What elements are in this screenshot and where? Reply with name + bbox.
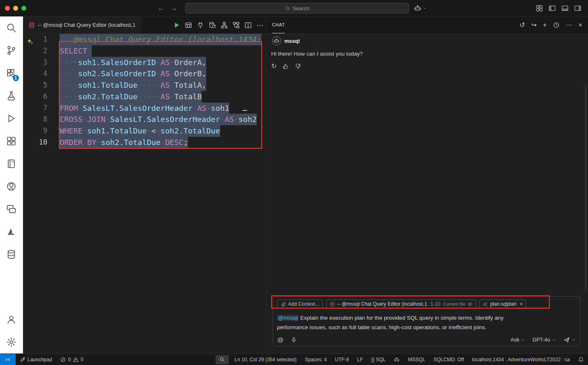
tab-chat[interactable]: CHAT [272, 16, 285, 33]
activity-bar-item-account[interactable] [2, 308, 21, 331]
chevron-down-icon [521, 338, 525, 342]
code-area: -- @mssql Chat Query Editor (localhost,1… [60, 34, 266, 148]
code-line-6[interactable]: ····soh2.TotalDue·····AS·TotalB [60, 91, 266, 103]
remote-indicator[interactable] [0, 354, 16, 365]
sqlcmd-status[interactable]: SQLCMD: Off [430, 354, 468, 365]
navigate-forward-icon[interactable]: → [171, 5, 177, 12]
query-plan-icon[interactable] [232, 21, 240, 29]
history-icon[interactable] [553, 22, 560, 28]
code-line-8[interactable]: CROSS·JOIN·SalesLT.SalesOrderHeader·AS·s… [60, 114, 266, 125]
mode-dropdown[interactable]: Ask [511, 337, 525, 343]
github-icon [6, 181, 16, 192]
more-options-icon[interactable]: ⋯ [566, 22, 572, 28]
activity-bar-item-azure[interactable] [2, 220, 21, 243]
problems-button[interactable]: 0 0 [56, 354, 87, 365]
activity-bar-item-testing[interactable] [2, 84, 21, 107]
run-query-button[interactable] [173, 21, 180, 29]
toggle-sidebar-icon[interactable] [548, 5, 556, 12]
context-chip-editor[interactable]: -- @mssql Chat Query Editor (localhost,1… [326, 299, 476, 309]
toggle-panel-icon[interactable] [561, 5, 569, 12]
zoom-indicator [216, 355, 229, 364]
model-dropdown[interactable]: GPT-4o [532, 337, 556, 343]
activity-bar-item-components[interactable] [2, 130, 21, 152]
code-editor[interactable]: 12345678910 -- @mssql Chat Query Editor … [23, 34, 266, 353]
notifications-bell[interactable] [574, 354, 588, 365]
chat-scrollbar[interactable] [585, 84, 586, 290]
search-icon [285, 6, 290, 11]
split-editor-icon[interactable] [244, 21, 252, 29]
remove-context-icon[interactable]: × [519, 301, 523, 307]
code-line-1[interactable]: -- @mssql Chat Query Editor (localhost,1… [60, 34, 266, 45]
change-connection-icon[interactable] [209, 21, 216, 29]
extensions-badge: 1 [13, 75, 19, 81]
close-window-button[interactable] [5, 6, 10, 11]
mention-picker-icon[interactable]: @ [277, 336, 284, 343]
editor-tab-bar: -- @mssql Chat Query Editor (localhost,1… [23, 16, 266, 34]
connect-icon[interactable] [197, 21, 204, 29]
code-line-10[interactable]: ORDER·BY·soh2.TotalDue·DESC; [60, 137, 266, 148]
new-chat-icon[interactable]: + [543, 22, 546, 28]
activity-bar-item-run-and-debug[interactable] [2, 107, 21, 130]
activity-bar-item-search[interactable] [2, 16, 21, 39]
close-panel-icon[interactable]: × [579, 22, 582, 28]
chat-input-text[interactable]: @mssql Explain the execution plan for th… [277, 313, 576, 332]
code-line-9[interactable]: WHERE·soh1.TotalDue·<·soh2.TotalDue [60, 125, 266, 137]
activity-bar-item-github[interactable] [2, 175, 21, 198]
cursor-position-status[interactable]: Ln 10, Col 29 (354 selected) [230, 354, 301, 365]
settings-icon [6, 337, 16, 347]
eye-icon[interactable] [467, 302, 473, 307]
activity-bar-item-notebook[interactable] [2, 152, 21, 175]
mic-icon[interactable] [291, 337, 297, 343]
undo-icon[interactable]: ↺ [520, 22, 525, 28]
launchpad-button[interactable]: Launchpad [16, 354, 56, 365]
minimize-window-button[interactable] [13, 6, 18, 11]
copilot-icon [414, 5, 421, 12]
toggle-secondary-sidebar-icon[interactable] [574, 5, 581, 12]
navigate-back-icon[interactable]: ← [158, 5, 164, 12]
maximize-window-button[interactable] [21, 6, 26, 11]
add-context-button[interactable]: Add Context... [277, 299, 323, 309]
line-number: 2 [23, 45, 47, 57]
rerun-icon[interactable]: ↻ [271, 63, 277, 70]
language-mode-status[interactable]: {} SQL [367, 354, 390, 365]
chevron-down-icon [552, 338, 556, 342]
context-chip-plan[interactable]: plan.sqlplan × [479, 299, 526, 309]
selected-text: ····soh2.SalesOrderID·AS·OrderB, [60, 68, 206, 80]
line-number: 5 [23, 80, 47, 91]
activity-bar-item-extensions[interactable]: 1 [2, 62, 21, 84]
more-actions-icon[interactable]: ⋯ [256, 22, 263, 29]
thumbs-down-icon[interactable] [295, 63, 301, 70]
code-line-3[interactable]: ····soh1.SalesOrderID·AS·OrderA, [60, 57, 266, 68]
activity-bar-item-settings[interactable] [2, 331, 21, 353]
schema-designer-icon[interactable] [221, 21, 228, 29]
send-button[interactable] [563, 337, 576, 343]
code-line-7[interactable]: FROM·SalesLT.SalesOrderHeader·AS·soh1 [60, 103, 266, 114]
editor-tab[interactable]: -- @mssql Chat Query Editor (localhost,1 [23, 16, 141, 33]
copilot-icon [394, 357, 400, 363]
copilot-status[interactable] [390, 354, 404, 365]
activity-bar-item-remote-explorer[interactable] [2, 198, 21, 220]
testing-icon [6, 91, 16, 101]
redo-icon[interactable]: ↪ [531, 22, 537, 28]
selected-text: CROSS·JOIN·SalesLT.SalesOrderHeader·AS·s… [60, 114, 257, 125]
customize-layout-icon[interactable] [536, 5, 543, 12]
code-line-5[interactable]: ····soh1.TotalDue·····AS·TotalA, [60, 80, 266, 91]
mssql-status[interactable]: MSSQL [404, 354, 429, 365]
code-line-2[interactable]: SELECT· [60, 45, 266, 57]
line-number-gutter: 12345678910 [23, 34, 47, 148]
tab-title: -- @mssql Chat Query Editor (localhost,1 [38, 22, 135, 28]
thumbs-up-icon[interactable] [282, 63, 289, 70]
eol-status[interactable]: LF [353, 354, 367, 365]
copilot-menu-button[interactable] [414, 0, 427, 16]
show-results-icon[interactable] [185, 21, 192, 29]
activity-bar-item-source-control[interactable] [2, 39, 21, 62]
command-center-search[interactable]: Search [185, 3, 409, 14]
azure-icon [6, 227, 16, 237]
encoding-status[interactable]: UTF-8 [331, 354, 353, 365]
errors-icon [60, 357, 66, 363]
activity-bar-item-database[interactable] [2, 243, 21, 266]
indentation-status[interactable]: Spaces: 4 [301, 354, 331, 365]
code-line-4[interactable]: ····soh2.SalesOrderID·AS·OrderB, [60, 68, 266, 80]
connection-status[interactable]: localhost,1434 : AdventureWorksLT2022 : … [468, 354, 574, 365]
selected-text: WHERE·soh1.TotalDue·<·soh2.TotalDue [60, 125, 220, 137]
